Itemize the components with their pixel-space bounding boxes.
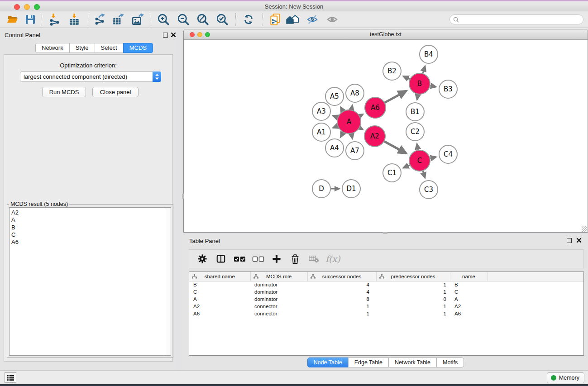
graph-edge-A-A5[interactable] (341, 107, 343, 111)
mcds-result-item[interactable]: B (11, 224, 165, 231)
network-view-window[interactable]: testGlobe.txt AA6A2BCB4B2B3A8A5A3B1C2A1A… (183, 29, 588, 233)
close-panel-button[interactable]: Close panel (92, 87, 139, 97)
table-cell[interactable]: 1 (376, 288, 450, 295)
tab-mcds[interactable]: MCDS (123, 43, 153, 53)
table-cell[interactable]: A6 (189, 310, 250, 317)
column-header-shared-name[interactable]: shared name (189, 272, 250, 281)
tab-style[interactable]: Style (69, 43, 95, 53)
mcds-result-item[interactable]: A2 (11, 209, 165, 216)
table-cell[interactable]: 1 (376, 281, 450, 288)
graph-edge-B-B3[interactable] (430, 86, 436, 86)
graph-edge-A-A1[interactable] (333, 126, 338, 128)
column-header-predecessor-nodes[interactable]: predecessor nodes (376, 272, 450, 281)
table-cell[interactable]: 1 (307, 303, 376, 310)
table-cell[interactable]: A (450, 295, 488, 303)
table-cell[interactable]: B (189, 281, 250, 288)
column-header-mcds-role[interactable]: MCDS role (250, 272, 307, 281)
horizontal-splitter-handle[interactable] (383, 232, 387, 234)
export-network-button[interactable] (91, 12, 108, 27)
graph-edge-A-A8[interactable] (351, 105, 352, 110)
mcds-result-item[interactable]: A6 (11, 238, 165, 246)
optimization-criterion-dropdown[interactable]: largest connected component (directed) (20, 71, 161, 82)
graph-edge-C-C4[interactable] (430, 157, 436, 158)
graph-edge-A-A4[interactable] (340, 133, 343, 137)
table-cell[interactable]: B (450, 281, 488, 288)
network-canvas[interactable]: AA6A2BCB4B2B3A8A5A3B1C2A1A4A7C4C1DD1C3 (184, 40, 588, 232)
refresh-button[interactable] (240, 12, 257, 27)
table-cell[interactable]: connector (250, 310, 307, 317)
table-cell[interactable]: connector (250, 303, 307, 310)
save-session-button[interactable] (22, 12, 38, 27)
graph-edge-A-A2[interactable] (360, 128, 363, 129)
delete-table-button[interactable] (306, 252, 321, 266)
search-input[interactable] (461, 16, 583, 23)
search-field[interactable] (449, 14, 583, 24)
graph-edge-A2-C[interactable] (384, 141, 406, 153)
create-new-column-button[interactable] (269, 252, 284, 266)
hide-all-columns-button[interactable] (250, 252, 266, 266)
split-table-view-button[interactable] (213, 252, 229, 266)
graph-edge-B-B1[interactable] (417, 95, 418, 100)
table-row[interactable]: Bdominator41B (189, 281, 583, 288)
open-session-button[interactable] (5, 12, 21, 27)
import-table-button[interactable] (66, 12, 82, 27)
new-network-from-selection-button[interactable] (267, 12, 283, 27)
tab-network-table[interactable]: Network Table (388, 357, 437, 367)
tab-node-table[interactable]: Node Table (307, 357, 349, 367)
column-header-name[interactable]: name (450, 272, 488, 281)
table-row[interactable]: Cdominator41C (189, 288, 583, 295)
table-cell[interactable]: A2 (450, 303, 488, 310)
mcds-result-list[interactable]: A2ABCA6 (9, 207, 171, 356)
table-cell[interactable]: 8 (307, 295, 376, 303)
list-scrollbar[interactable] (165, 208, 171, 355)
graph-edge-A-A7[interactable] (351, 133, 352, 138)
zoom-fit-button[interactable] (195, 12, 211, 27)
table-cell[interactable]: C (450, 288, 488, 295)
graph-edge-A-A6[interactable] (360, 114, 363, 116)
network-graph[interactable]: AA6A2BCB4B2B3A8A5A3B1C2A1A4A7C4C1DD1C3 (184, 40, 588, 232)
graph-edge-B-B4[interactable] (423, 66, 425, 73)
table-cell[interactable]: dominator (250, 295, 307, 303)
run-mcds-button[interactable]: Run MCDS (42, 87, 86, 97)
graph-edge-A-A3[interactable] (333, 116, 338, 118)
table-cell[interactable]: A2 (189, 303, 250, 310)
graph-edge-C-C3[interactable] (423, 171, 425, 178)
function-builder-button[interactable]: f(x) (325, 254, 340, 264)
column-header-successor-nodes[interactable]: successor nodes (307, 272, 376, 281)
export-table-button[interactable] (110, 12, 126, 27)
table-cell[interactable]: 1 (307, 310, 376, 317)
show-all-columns-button[interactable] (232, 252, 247, 266)
dropdown-stepper[interactable] (153, 71, 161, 82)
node-table[interactable]: shared name MCDS role successor nodes (189, 272, 584, 356)
export-image-button[interactable] (129, 12, 146, 27)
table-cell[interactable]: dominator (250, 281, 307, 288)
hide-graphics-details-button[interactable] (304, 12, 320, 27)
memory-button[interactable]: Memory (547, 372, 584, 383)
first-neighbors-button[interactable] (284, 12, 301, 27)
table-cell[interactable]: 4 (307, 288, 376, 295)
graph-edge-B-B2[interactable] (403, 76, 410, 79)
tab-select[interactable]: Select (95, 43, 124, 53)
table-cell[interactable]: 0 (376, 295, 450, 303)
show-graphics-details-button[interactable] (324, 12, 340, 27)
table-cell[interactable]: 1 (376, 303, 450, 310)
tab-edge-table[interactable]: Edge Table (348, 357, 389, 367)
import-network-button[interactable] (46, 12, 62, 27)
show-task-history-button[interactable] (5, 372, 16, 383)
zoom-out-button[interactable] (175, 12, 191, 27)
table-settings-button[interactable] (195, 252, 210, 266)
titlebar[interactable]: Session: New Session (0, 1, 588, 11)
table-cell[interactable]: 4 (307, 281, 376, 288)
network-window-titlebar[interactable]: testGlobe.txt (184, 29, 588, 40)
float-panel-icon[interactable] (163, 33, 168, 38)
vertical-splitter-handle[interactable] (182, 194, 184, 199)
float-panel-icon[interactable] (567, 238, 572, 243)
tab-motifs[interactable]: Motifs (436, 357, 464, 367)
table-cell[interactable]: A6 (450, 310, 488, 317)
graph-edge-A6-B[interactable] (385, 91, 406, 102)
zoom-selected-button[interactable] (214, 12, 230, 27)
mcds-result-item[interactable]: A (11, 216, 165, 224)
table-cell[interactable]: 1 (376, 310, 450, 317)
close-panel-icon[interactable] (576, 238, 582, 243)
graph-edge-C-C2[interactable] (417, 144, 418, 150)
